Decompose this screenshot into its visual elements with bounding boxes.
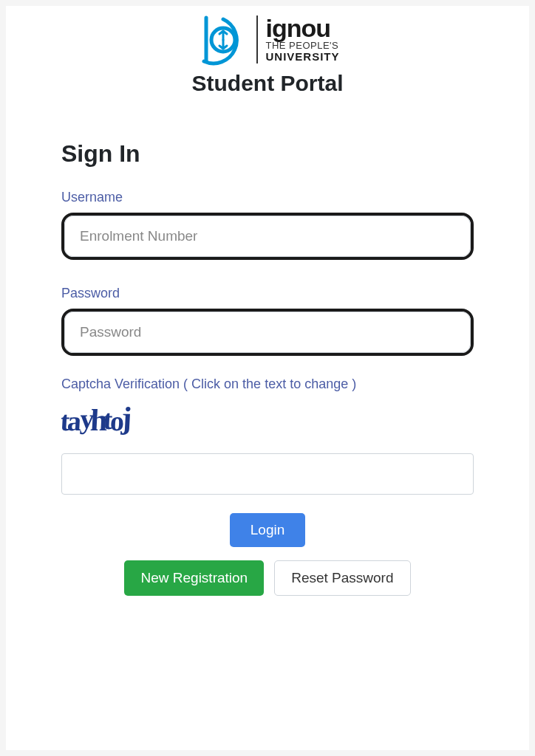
login-button-row: Login — [61, 513, 474, 547]
username-highlight-box — [61, 213, 474, 260]
logo-tagline-2: UNIVERSITY — [265, 51, 339, 63]
reset-password-button[interactable]: Reset Password — [274, 560, 410, 596]
logo-brand-text: ignou — [265, 16, 339, 41]
logo-tagline-1: THE PEOPLE'S — [265, 41, 339, 51]
captcha-label: Captcha Verification ( Click on the text… — [61, 377, 474, 392]
logo-text-group: ignou THE PEOPLE'S UNIVERSITY — [256, 16, 339, 63]
ignou-logo-icon — [195, 12, 251, 67]
secondary-button-row: New Registration Reset Password — [61, 560, 474, 596]
signin-heading: Sign In — [61, 140, 474, 168]
captcha-image[interactable]: tayhtoj — [61, 401, 474, 444]
signin-form: Sign In Username Password Captcha Verifi… — [6, 140, 529, 596]
username-label: Username — [61, 190, 474, 205]
password-input[interactable] — [64, 312, 471, 353]
main-container: ignou THE PEOPLE'S UNIVERSITY Student Po… — [6, 6, 529, 750]
new-registration-button[interactable]: New Registration — [124, 560, 264, 596]
logo-section: ignou THE PEOPLE'S UNIVERSITY — [6, 6, 529, 67]
password-label: Password — [61, 286, 474, 301]
login-button[interactable]: Login — [230, 513, 306, 547]
captcha-input[interactable] — [61, 453, 474, 495]
username-input[interactable] — [64, 216, 471, 257]
portal-title: Student Portal — [6, 71, 529, 96]
username-group: Username — [61, 190, 474, 260]
svg-text:tayhtoj: tayhtoj — [61, 401, 133, 437]
password-group: Password — [61, 286, 474, 356]
password-highlight-box — [61, 309, 474, 356]
logo-wrapper: ignou THE PEOPLE'S UNIVERSITY — [195, 12, 339, 67]
